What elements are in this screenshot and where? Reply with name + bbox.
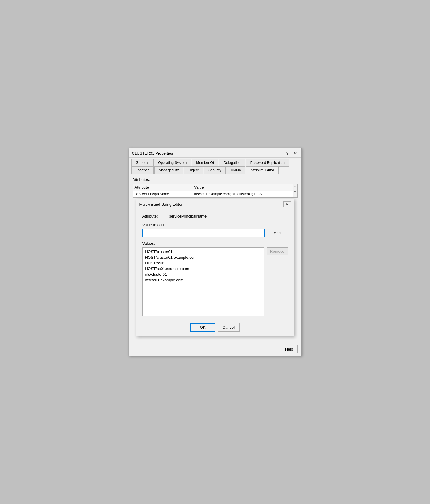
list-item[interactable]: HOST/cluster01 [144,249,263,255]
col-value-header: Value [194,185,291,190]
modal-title-bar: Multi-valued String Editor ✕ [136,199,294,209]
modal-overlay: Multi-valued String Editor ✕ Attribute: … [136,199,294,336]
modal-cancel-button[interactable]: Cancel [218,323,240,332]
add-button[interactable]: Add [267,229,288,237]
scroll-down-arrow[interactable]: ▼ [293,189,297,194]
attribute-table: Attribute Value servicePrincipalName nfs… [133,184,293,197]
help-window-button[interactable]: ? [285,151,290,156]
remove-button[interactable]: Remove [267,247,288,255]
tab-delegation[interactable]: Delegation [219,159,245,167]
tab-location[interactable]: Location [131,166,154,174]
values-section-inner: HOST/cluster01 HOST/cluster01.example.co… [142,247,288,316]
values-label: Values: [142,241,288,246]
tab-security[interactable]: Security [204,166,226,174]
tab-attribute-editor[interactable]: Attribute Editor [246,166,278,174]
value-to-add-section: Value to add: Add [142,223,288,237]
modal-close-button[interactable]: ✕ [283,201,291,207]
tab-password-replication[interactable]: Password Replication [246,159,289,167]
title-bar: CLUSTER01 Properties ? ✕ [129,148,301,158]
attr-name-cell: servicePrincipalName [135,192,194,196]
outer-button-row: Help [129,343,301,356]
value-to-add-label: Value to add: [142,223,288,227]
window-title: CLUSTER01 Properties [132,151,173,156]
value-input-row: Add [142,229,288,237]
modal-attribute-row: Attribute: servicePrincipalName [142,214,288,218]
modal-dialog: Multi-valued String Editor ✕ Attribute: … [136,199,294,336]
modal-ok-button[interactable]: OK [190,323,215,332]
tab-operating-system[interactable]: Operating System [153,159,191,167]
scroll-up-arrow[interactable]: ▲ [293,184,297,189]
tab-content: Attributes: Attribute Value servicePrinc… [129,174,301,343]
tab-rows: General Operating System Member Of Deleg… [129,158,301,174]
modal-body: Attribute: servicePrincipalName Value to… [136,209,294,320]
modal-title: Multi-valued String Editor [139,202,183,207]
outer-window: CLUSTER01 Properties ? ✕ General Operati… [129,148,302,356]
col-attribute-header: Attribute [135,185,194,190]
modal-attribute-label: Attribute: [142,214,169,218]
title-bar-controls: ? ✕ [285,151,298,156]
list-item[interactable]: nfs/cluster01 [144,272,263,277]
attribute-table-header: Attribute Value [133,184,293,191]
tab-dial-in[interactable]: Dial-in [226,166,245,174]
list-item[interactable]: HOST/cluster01.example.com [144,255,263,260]
list-item[interactable]: HOST/sc01 [144,260,263,266]
help-button[interactable]: Help [281,345,298,353]
value-text-input[interactable] [142,229,265,237]
tab-row-1: General Operating System Member Of Deleg… [131,159,299,166]
close-window-button[interactable]: ✕ [292,151,298,156]
values-list[interactable]: HOST/cluster01 HOST/cluster01.example.co… [142,247,265,316]
scrollbar[interactable]: ▲ ▼ [293,184,297,197]
tab-managed-by[interactable]: Managed By [154,166,183,174]
attr-value-cell: nfs/sc01.example.com; nfs/cluster01; HOS… [194,192,291,196]
tab-row-2: Location Managed By Object Security Dial… [131,166,299,174]
list-item[interactable]: HOST/sc01.example.com [144,266,263,272]
modal-attribute-value: servicePrincipalName [169,214,207,218]
attributes-label: Attributes: [133,177,298,182]
values-section: Values: HOST/cluster01 HOST/cluster01.ex… [142,241,288,316]
tab-general[interactable]: General [131,159,153,167]
table-row[interactable]: servicePrincipalName nfs/sc01.example.co… [133,191,293,197]
modal-footer: OK Cancel [136,320,294,336]
list-item[interactable]: nfs/sc01.example.com [144,277,263,283]
attribute-table-wrap: Attribute Value servicePrincipalName nfs… [133,184,298,198]
tab-member-of[interactable]: Member Of [192,159,218,167]
tab-object[interactable]: Object [184,166,203,174]
